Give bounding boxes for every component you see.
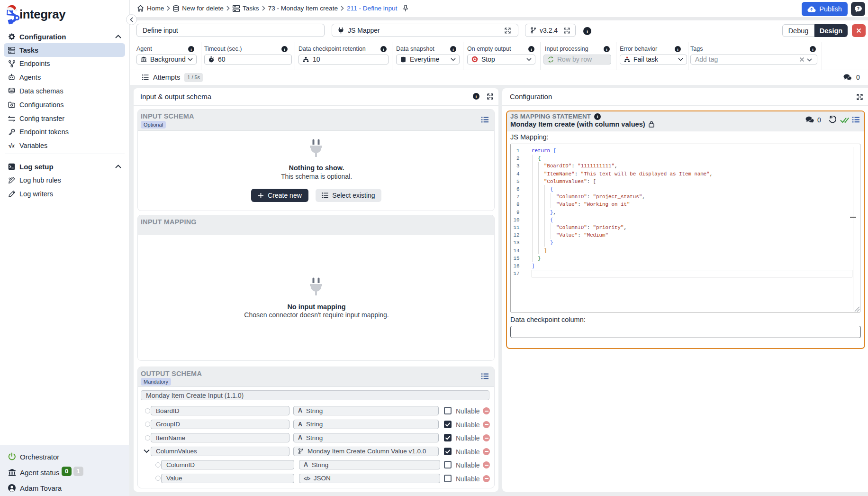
svg-text:?: ? <box>857 6 859 11</box>
